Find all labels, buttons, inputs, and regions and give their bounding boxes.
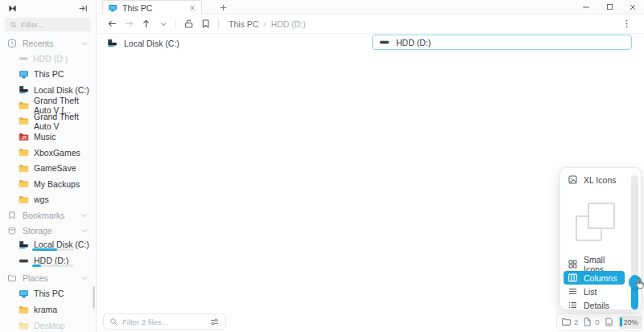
collapse-sidebar-icon[interactable] — [78, 3, 89, 14]
close-tab-icon[interactable] — [188, 4, 196, 12]
file-item-label: HDD (D:) — [396, 38, 431, 47]
sidebar-place-desktop[interactable]: Desktop — [0, 318, 96, 332]
sidebar-item-my-backups[interactable]: My Backups — [0, 176, 96, 192]
sidebar-storage-hdd-d[interactable]: HDD (D:) — [0, 254, 96, 270]
up-button[interactable] — [138, 17, 155, 31]
unlock-icon[interactable] — [180, 17, 197, 31]
item-label: krama — [34, 305, 57, 314]
sidebar-place-krama[interactable]: krama — [0, 301, 96, 318]
view-mode-popup: XL Icons Small Icons Columns List Detail… — [559, 167, 642, 310]
sidebar-item-wgs[interactable]: wgs — [0, 192, 96, 208]
sidebar-item-hdd-d[interactable]: HDD (D:) — [0, 51, 96, 67]
hdd-icon — [19, 54, 28, 64]
sidebar-item-gta-v-2[interactable]: Grand Theft Auto V — [0, 113, 96, 129]
group-label: Bookmarks — [23, 211, 65, 220]
disk-c-icon — [19, 84, 29, 95]
file-item-label: Local Disk (C:) — [124, 39, 180, 48]
history-dropdown-button[interactable] — [155, 17, 171, 31]
item-label: wgs — [34, 195, 49, 204]
content-filter-input[interactable] — [122, 318, 199, 326]
more-menu-button[interactable] — [620, 18, 633, 31]
storage-icon — [7, 226, 17, 236]
menu-item-list[interactable]: List — [564, 285, 625, 298]
breadcrumb-hdd-d[interactable]: HDD (D:) — [271, 19, 306, 29]
bookmark-button[interactable] — [197, 17, 214, 31]
status-bar: 2 0 20% — [556, 313, 642, 331]
group-label: Places — [23, 273, 48, 283]
disk-usage-bar — [32, 248, 74, 251]
folder-icon — [19, 178, 29, 189]
item-label: Desktop — [34, 321, 65, 330]
item-label: Local Disk (C:) — [34, 85, 89, 95]
menu-item-label: XL Icons — [584, 175, 616, 185]
maximize-button[interactable] — [605, 2, 614, 12]
folder-icon — [19, 305, 29, 315]
chevron-down-icon — [80, 39, 89, 47]
disk-c-icon — [107, 38, 118, 48]
item-label: This PC — [34, 289, 64, 298]
icon-size-bar — [620, 318, 622, 326]
menu-item-small-icons[interactable]: Small Icons — [564, 257, 625, 271]
sidebar-item-xboxgames[interactable]: XboxGames — [0, 145, 96, 161]
breadcrumb-this-pc[interactable]: This PC — [229, 19, 258, 29]
item-label: Music — [34, 132, 56, 141]
computer-icon — [19, 69, 29, 80]
toolbar-divider — [175, 18, 176, 29]
content-filter-box[interactable] — [103, 314, 226, 330]
computer-icon — [108, 3, 118, 13]
close-window-button[interactable] — [628, 2, 638, 12]
toolbar-divider — [218, 18, 219, 29]
hdd-icon — [19, 256, 29, 266]
folder-icon — [19, 116, 29, 126]
sidebar-item-music[interactable]: Music — [0, 129, 96, 146]
menu-item-label: Columns — [584, 273, 617, 283]
computer-icon — [19, 289, 29, 299]
file-item-local-disk-c[interactable]: Local Disk (C:) — [107, 35, 180, 51]
clock-icon — [7, 39, 17, 48]
sidebar-group-bookmarks[interactable]: Bookmarks — [0, 207, 96, 223]
forward-button[interactable] — [121, 17, 138, 31]
item-label: GameSave — [34, 163, 76, 173]
sidebar-place-this-pc[interactable]: This PC — [0, 285, 96, 301]
window-controls — [581, 0, 638, 14]
picture-icon — [568, 174, 578, 185]
disk-usage-bar — [32, 264, 74, 267]
sidebar-group-places[interactable]: Places — [0, 270, 96, 285]
tab-label: This PC — [122, 3, 184, 13]
breadcrumb: This PC › HDD (D:) — [229, 19, 306, 29]
file-item-hdd-d-selected[interactable]: HDD (D:) — [372, 35, 632, 50]
icon-size-indicator: 20% — [618, 316, 642, 329]
file-count-icon — [582, 317, 592, 327]
menu-item-details[interactable]: Details — [564, 298, 625, 312]
bookmark-icon — [7, 211, 17, 220]
app-logo-icon — [7, 3, 18, 14]
folder-icon — [19, 100, 29, 111]
sidebar-item-gamesave[interactable]: GameSave — [0, 161, 96, 177]
back-button[interactable] — [104, 17, 121, 31]
minimize-button[interactable] — [581, 2, 591, 12]
filter-options-icon[interactable] — [209, 317, 220, 327]
sidebar-group-recents[interactable]: Recents — [0, 35, 96, 51]
menu-item-label: List — [584, 287, 597, 297]
music-folder-icon — [19, 132, 29, 142]
folder-icon — [19, 321, 29, 331]
item-label: Grand Theft Auto V — [34, 112, 96, 131]
menu-item-xl-icons[interactable]: XL Icons — [564, 173, 625, 186]
details-icon — [568, 300, 578, 310]
new-tab-button[interactable] — [217, 2, 229, 14]
menu-item-columns[interactable]: Columns — [564, 271, 625, 285]
folder-icon — [19, 163, 29, 174]
group-label: Recents — [23, 39, 54, 48]
tab-this-pc[interactable]: This PC — [102, 0, 202, 14]
sidebar-scrollbar[interactable] — [93, 286, 95, 309]
sidebar-filter-box[interactable] — [5, 18, 91, 31]
sidebar-storage-local-disk-c[interactable]: Local Disk (C:) — [0, 238, 96, 254]
group-label: Storage — [23, 226, 52, 236]
preview-pane-icon[interactable] — [604, 317, 614, 327]
breadcrumb-separator: › — [263, 19, 266, 28]
search-icon — [10, 21, 18, 29]
sidebar-item-this-pc[interactable]: This PC — [0, 67, 96, 83]
sidebar-filter-input[interactable] — [21, 20, 85, 29]
menu-item-label: Details — [584, 301, 609, 310]
sidebar-group-storage[interactable]: Storage — [0, 223, 96, 238]
